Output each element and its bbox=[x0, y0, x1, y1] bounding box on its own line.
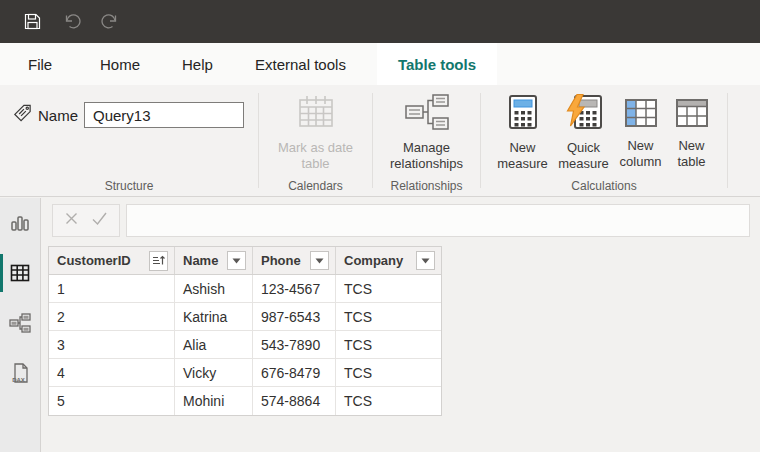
view-sidebar: DAX bbox=[0, 198, 41, 452]
table-header-row: CustomerID Name Phone bbox=[49, 247, 441, 275]
cell-customerid[interactable]: 5 bbox=[49, 387, 175, 415]
cell-customerid[interactable]: 1 bbox=[49, 275, 175, 302]
mark-as-date-table-label: Mark as date table bbox=[270, 140, 362, 172]
tab-help[interactable]: Help bbox=[182, 43, 213, 85]
sidebar-item-dax-query-view[interactable]: DAX bbox=[0, 348, 40, 398]
group-label-calculations: Calculations bbox=[481, 179, 727, 193]
table-row[interactable]: 1 Ashish 123-4567 TCS bbox=[49, 275, 441, 303]
tab-home[interactable]: Home bbox=[100, 43, 140, 85]
group-label-relationships: Relationships bbox=[373, 179, 480, 193]
cell-name[interactable]: Katrina bbox=[175, 303, 253, 330]
svg-text:DAX: DAX bbox=[12, 377, 25, 383]
tag-icon bbox=[12, 102, 33, 128]
ribbon-group-calendars: Mark as date table Calendars bbox=[259, 85, 372, 196]
column-header-label: Name bbox=[183, 253, 218, 268]
column-header-phone[interactable]: Phone bbox=[253, 247, 336, 274]
undo-icon[interactable] bbox=[61, 12, 81, 31]
cell-customerid[interactable]: 4 bbox=[49, 359, 175, 386]
mark-as-date-table-button[interactable]: Mark as date table bbox=[259, 85, 372, 172]
table-row[interactable]: 4 Vicky 676-8479 TCS bbox=[49, 359, 441, 387]
filter-dropdown-icon[interactable] bbox=[416, 251, 435, 270]
active-view-indicator bbox=[0, 254, 3, 292]
sort-ascending-icon[interactable] bbox=[149, 251, 168, 271]
cell-company[interactable]: TCS bbox=[336, 275, 441, 302]
table-name-label: Name bbox=[38, 107, 78, 124]
sidebar-item-report-view[interactable] bbox=[0, 198, 40, 248]
sidebar-item-data-view[interactable] bbox=[0, 248, 40, 298]
formula-button-group bbox=[52, 204, 120, 237]
model-relationships-icon bbox=[9, 313, 31, 333]
cell-company[interactable]: TCS bbox=[336, 359, 441, 386]
cell-name[interactable]: Alia bbox=[175, 331, 253, 358]
cell-company[interactable]: TCS bbox=[336, 331, 441, 358]
table-row[interactable]: 3 Alia 543-7890 TCS bbox=[49, 331, 441, 359]
table-row[interactable]: 2 Katrina 987-6543 TCS bbox=[49, 303, 441, 331]
manage-relationships-button[interactable]: Manage relationships bbox=[373, 85, 480, 172]
group-label-structure: Structure bbox=[0, 179, 258, 193]
ribbon-group-relationships: Manage relationships Relationships bbox=[373, 85, 480, 196]
cell-phone[interactable]: 987-6543 bbox=[253, 303, 336, 330]
cell-name[interactable]: Vicky bbox=[175, 359, 253, 386]
cell-company[interactable]: TCS bbox=[336, 387, 441, 415]
sidebar-item-model-view[interactable] bbox=[0, 298, 40, 348]
cell-phone[interactable]: 574-8864 bbox=[253, 387, 336, 415]
tab-file[interactable]: File bbox=[28, 43, 52, 85]
column-header-label: Phone bbox=[261, 253, 301, 268]
manage-relationships-label: Manage relationships bbox=[377, 140, 477, 172]
ribbon: Name Structure Mark as date table Cal bbox=[0, 85, 760, 197]
commit-icon[interactable] bbox=[91, 211, 108, 230]
calculations-label-holder: Calculations bbox=[481, 85, 727, 196]
bar-chart-icon bbox=[10, 214, 30, 232]
cell-phone[interactable]: 123-4567 bbox=[253, 275, 336, 302]
cell-name[interactable]: Ashish bbox=[175, 275, 253, 302]
redo-icon[interactable] bbox=[101, 12, 121, 31]
cell-name[interactable]: Mohini bbox=[175, 387, 253, 415]
title-bar bbox=[0, 0, 760, 43]
relationships-diagram-icon bbox=[404, 94, 450, 134]
column-header-name[interactable]: Name bbox=[175, 247, 253, 274]
powerbi-desktop-window: File Home Help External tools Table tool… bbox=[0, 0, 760, 452]
table-grid-icon bbox=[10, 264, 30, 282]
column-header-company[interactable]: Company bbox=[336, 247, 441, 274]
data-grid: CustomerID Name Phone bbox=[48, 246, 442, 416]
tab-external-tools[interactable]: External tools bbox=[255, 43, 346, 85]
dax-document-icon: DAX bbox=[9, 362, 31, 384]
column-header-label: CustomerID bbox=[57, 253, 131, 268]
ribbon-tab-bar: File Home Help External tools Table tool… bbox=[0, 43, 760, 85]
cell-customerid[interactable]: 2 bbox=[49, 303, 175, 330]
filter-dropdown-icon[interactable] bbox=[227, 251, 246, 270]
formula-bar-input[interactable] bbox=[126, 204, 750, 237]
save-icon[interactable] bbox=[24, 13, 41, 30]
cancel-icon[interactable] bbox=[64, 211, 79, 230]
table-name-input[interactable] bbox=[84, 102, 244, 128]
column-header-label: Company bbox=[344, 253, 403, 268]
filter-dropdown-icon[interactable] bbox=[310, 251, 329, 270]
ribbon-group-divider bbox=[727, 93, 728, 188]
column-header-customerid[interactable]: CustomerID bbox=[49, 247, 175, 274]
calendar-table-icon bbox=[297, 94, 335, 134]
cell-phone[interactable]: 676-8479 bbox=[253, 359, 336, 386]
table-row[interactable]: 5 Mohini 574-8864 TCS bbox=[49, 387, 441, 415]
cell-company[interactable]: TCS bbox=[336, 303, 441, 330]
group-label-calendars: Calendars bbox=[259, 179, 372, 193]
tab-table-tools[interactable]: Table tools bbox=[377, 43, 497, 85]
ribbon-group-structure: Name Structure bbox=[0, 85, 258, 196]
cell-customerid[interactable]: 3 bbox=[49, 331, 175, 358]
cell-phone[interactable]: 543-7890 bbox=[253, 331, 336, 358]
